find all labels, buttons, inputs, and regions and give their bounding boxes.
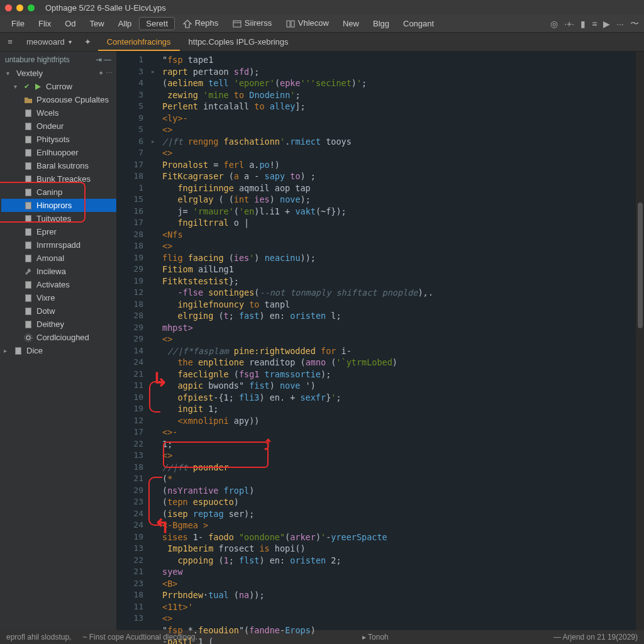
annotation-bracket-1 <box>149 381 160 413</box>
file-icon <box>24 135 33 144</box>
sidebar-item-label: Ondeur <box>36 121 64 131</box>
svg-rect-40 <box>16 348 21 354</box>
sidebar-collapse-icon[interactable]: ⇥ — <box>96 55 111 64</box>
file-icon <box>24 307 33 316</box>
sidebar-item-label: Vixre <box>36 293 55 303</box>
sidebar-item-amonal[interactable]: Amonal <box>1 252 116 265</box>
pointer-icon[interactable]: ▶ <box>603 19 610 29</box>
menu-rephs-label: Rephs <box>195 18 219 28</box>
breadcrumb[interactable]: meowoard ▾ <box>20 37 78 47</box>
wrench-icon <box>24 267 33 276</box>
sidebar-item-wcels[interactable]: Wcels <box>1 106 116 119</box>
sidebar-item-label: Currow <box>46 82 72 91</box>
menu-allp[interactable]: Allp <box>112 16 138 31</box>
svg-rect-22 <box>26 216 31 222</box>
status-left: eprofl ahil slodstup, <box>6 633 71 641</box>
sidebar-item-ondeur[interactable]: Ondeur <box>1 119 116 133</box>
sidebar-item-hinoprors[interactable]: Hinoprors <box>1 199 116 212</box>
menu-congant[interactable]: Congant <box>397 16 440 31</box>
fold-column[interactable]: ▸ ▸ <box>148 52 157 630</box>
sidebar-item-label: Enlhuopoer <box>36 148 79 157</box>
add-icon[interactable]: ·+· <box>564 19 574 29</box>
menu-siirerss[interactable]: Siirerss <box>226 16 278 31</box>
sidebar-item-label: Inrrmrspadd <box>36 240 80 250</box>
vertical-scrollbar[interactable] <box>635 52 644 630</box>
sidebar-item-label: Cordlcioughed <box>36 333 89 342</box>
tab-2[interactable]: httpc.Coples IPLG-xebrings <box>180 33 297 51</box>
sidebar-item-label: Dice <box>26 346 43 355</box>
code-area[interactable]: "fsp tape1raprt pertaon sfd);(aelinem te… <box>157 52 635 630</box>
sidebar-item-enlhuopoer[interactable]: Enlhuopoer <box>1 146 116 159</box>
svg-rect-16 <box>26 176 31 182</box>
sidebar-item-deithey[interactable]: Deithey <box>1 318 116 331</box>
file-icon <box>24 122 33 131</box>
file-icon <box>24 175 33 184</box>
sidebar-item-activates[interactable]: Activates <box>1 278 116 291</box>
editor-tabs: Conteriohfracings httpc.Coples IPLG-xebr… <box>98 33 297 51</box>
sidebar-toggle-icon[interactable]: ≡ <box>0 33 20 51</box>
menu-flix[interactable]: Flix <box>32 16 57 31</box>
svg-rect-12 <box>26 150 31 156</box>
target-icon[interactable]: ◎ <box>550 19 558 29</box>
sidebar-item-label: Hinoprors <box>36 201 72 210</box>
folder-icon[interactable]: ▮ <box>580 19 586 29</box>
sidebar-item-dice[interactable]: ▸Dice <box>1 344 116 357</box>
svg-rect-32 <box>26 295 31 301</box>
menu-file[interactable]: File <box>5 16 31 31</box>
sidebar-item-label: Caninp <box>36 187 62 197</box>
sidebar-item-label: Tuitwotes <box>36 214 71 223</box>
breadcrumb-label: meowoard <box>26 37 65 47</box>
close-icon[interactable] <box>5 4 12 11</box>
sidebar-item-label: Pxosouse Cpulaltes <box>36 95 109 104</box>
file-icon <box>24 188 33 197</box>
scrollbar-thumb[interactable] <box>638 203 643 328</box>
wave-icon[interactable]: 〜 <box>630 18 639 30</box>
play-icon <box>33 82 42 91</box>
menu-od[interactable]: Od <box>58 16 82 31</box>
file-icon <box>24 320 33 329</box>
settings-icon[interactable]: ✦ <box>78 33 98 51</box>
sidebar-item-bunk-treackes[interactable]: Bunk Treackes <box>1 172 116 186</box>
menu-siirerss-label: Siirerss <box>245 18 272 28</box>
file-icon <box>24 148 33 157</box>
sidebar-item-label: Bunk Treackes <box>36 174 91 184</box>
sidebar-item-caninp[interactable]: Caninp <box>1 186 116 199</box>
svg-rect-24 <box>26 229 31 235</box>
file-icon <box>24 214 33 223</box>
file-icon <box>24 254 33 263</box>
menu-bar: File Flix Od Tew Allp Serett Rephs Siire… <box>0 15 644 33</box>
tree-root[interactable]: ▾Vextely✦ ⋯ <box>0 67 116 80</box>
sidebar-item-tuitwotes[interactable]: Tuitwotes <box>1 212 116 225</box>
sidebar-item-vixre[interactable]: Vixre <box>1 291 116 304</box>
sidebar-item-pxosouse-cpulaltes[interactable]: Pxosouse Cpulaltes <box>1 93 116 106</box>
sidebar-item-eprer[interactable]: Eprer <box>1 225 116 238</box>
sidebar-item-label: Wcels <box>36 108 58 118</box>
list-icon[interactable]: ≡ <box>592 19 597 29</box>
window-title: Opthage 5/22 6-Salle U-ElcvLyps <box>45 3 166 13</box>
sidebar-item-phitysots[interactable]: Phitysots <box>1 133 116 146</box>
svg-rect-6 <box>26 110 31 116</box>
menu-new[interactable]: New <box>336 16 365 31</box>
maximize-icon[interactable] <box>28 4 35 11</box>
menu-serett[interactable]: Serett <box>139 17 175 30</box>
menu-tew[interactable]: Tew <box>84 16 111 31</box>
file-icon <box>24 201 33 210</box>
sidebar-item-cordlcioughed[interactable]: Cordlcioughed <box>1 331 116 344</box>
dots-icon[interactable]: ··· <box>616 19 624 29</box>
tree-root-actions[interactable]: ✦ ⋯ <box>98 69 113 77</box>
minimize-icon[interactable] <box>16 4 23 11</box>
sidebar-item-baral-ksutrons[interactable]: Baral ksutrons <box>1 159 116 172</box>
tab-1[interactable]: Conteriohfracings <box>98 33 180 51</box>
file-icon <box>24 109 33 118</box>
sidebar-item-incilewa[interactable]: Incilewa <box>1 265 116 278</box>
sidebar-item-dotw[interactable]: Dotw <box>1 304 116 318</box>
menu-right-icons: ◎ ·+· ▮ ≡ ▶ ··· 〜 <box>550 18 639 30</box>
menu-blgg[interactable]: Blgg <box>367 16 396 31</box>
sidebar-item-currow[interactable]: ▾✔Currow <box>1 80 116 93</box>
menu-vhlecow[interactable]: Vhlecow <box>279 16 335 31</box>
svg-rect-34 <box>26 308 31 314</box>
sidebar-item-inrrmrspadd[interactable]: Inrrmrspadd <box>1 238 116 252</box>
toolbar: ≡ meowoard ▾ ✦ Conteriohfracings httpc.C… <box>0 33 644 52</box>
menu-rephs[interactable]: Rephs <box>176 16 225 31</box>
editor: 1343595671718115161728181929191218282929… <box>117 52 644 630</box>
